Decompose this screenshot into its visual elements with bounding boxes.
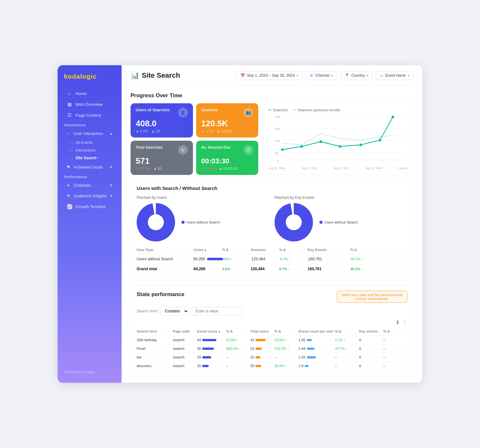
download-button[interactable]: ⬇: [396, 319, 400, 326]
event-filter[interactable]: ⚏ Event name ▾: [376, 71, 413, 80]
sidebar-home-label: Home: [76, 91, 87, 96]
content-area: Progress Over Time Users w/ Searches 👤 4…: [122, 86, 422, 383]
sidebar-item-home[interactable]: ⌂ Home: [60, 88, 119, 98]
sidebar-item-channels[interactable]: ✦ Channels ▼: [60, 180, 119, 190]
filter-contains-select[interactable]: Contains: [160, 307, 189, 316]
svg-text:200: 200: [275, 115, 280, 118]
metric-value-users: 408.0: [136, 119, 188, 129]
metric-pct-searches: ▼ 17.0%: [136, 167, 150, 170]
str3-event-val: 20: [197, 364, 201, 368]
active-dot: •: [97, 156, 99, 160]
sidebar-web-overview-label: Web Overview: [76, 102, 102, 107]
sidebar-item-interactions[interactable]: Interactions: [70, 146, 122, 154]
filter-value-input[interactable]: [191, 307, 243, 315]
str1-event-val: 36: [197, 347, 201, 350]
str0-path: /search: [173, 338, 197, 342]
channel-filter[interactable]: ⚙ Channel ▾: [306, 71, 337, 80]
svg-point-15: [379, 139, 381, 141]
sidebar-item-audience-insights[interactable]: 👁 Audience Insights ▼: [60, 191, 119, 201]
str0-pct4: –: [383, 338, 407, 342]
sidebar-item-achieved-goals[interactable]: ⚑ Achieved Goals ▼: [60, 162, 119, 172]
more-options-button[interactable]: ⋮: [402, 319, 407, 326]
str3-users-val: 20: [250, 364, 254, 368]
users-search-title: Users with Search / Without Search: [137, 185, 407, 191]
str1-users-val: 22: [250, 347, 254, 350]
str2-users-bar: [255, 356, 260, 358]
str0-epu-bar: [307, 339, 312, 341]
str3-users-bar: [255, 365, 261, 367]
str2-pct4: –: [383, 355, 407, 359]
str3-pct4: –: [383, 364, 407, 368]
sidebar-item-site-search[interactable]: Site Search •: [70, 154, 122, 162]
str1-pct3: 22.7% ↑: [335, 347, 359, 350]
metric-value-duration: 00:03:30: [201, 157, 253, 165]
sth-event-count[interactable]: Event count ▴: [197, 329, 226, 334]
state-table-header: Search term Page path Event count ▴ % Δ …: [137, 327, 407, 336]
pie1-legend-label: Users without Search: [187, 220, 220, 224]
metrics-grid: Users w/ Searches 👤 408.0 ▲ 6.0% ▲ 23: [131, 103, 258, 175]
date-arrow-icon: ▾: [297, 74, 298, 77]
bar-chart-icon: 📊: [131, 71, 139, 80]
country-filter[interactable]: 📍 Country ▾: [340, 71, 372, 80]
str1-key: 0: [359, 347, 383, 350]
x-label-4: Sep 21,: [399, 167, 409, 170]
str0-event-val: 44: [197, 338, 201, 342]
state-row-2: tee /search 29 – 15 – 1.93: [137, 353, 407, 362]
sidebar-item-page-content[interactable]: ☰ Page Content: [60, 110, 119, 120]
str2-path: /search: [173, 355, 197, 359]
str1-epu-bar: [307, 348, 315, 350]
users-search-section: Users with Search / Without Search Piech…: [131, 179, 413, 280]
metric-pct-users: ▲ 6.0%: [136, 129, 148, 133]
date-filter[interactable]: 📅 Sep 1, 2024 – Sep 30, 2024 ▾: [236, 71, 302, 80]
sidebar-logo: kodalogic: [58, 73, 122, 88]
topbar: 📊 Site Search 📅 Sep 1, 2024 – Sep 30, 20…: [122, 65, 422, 86]
total-pct2: 9.7% ↑: [279, 267, 308, 271]
svg-point-13: [339, 145, 341, 148]
row-pct1: 45% ↑: [223, 257, 252, 261]
channel-icon: ⚙: [310, 73, 313, 78]
country-filter-label: Country: [351, 73, 365, 78]
th-users[interactable]: Users ▴: [194, 248, 222, 252]
legend-prev-dot: [293, 110, 296, 110]
str1-epu: 1.64: [299, 347, 335, 350]
sth-pct1: % Δ: [226, 329, 250, 334]
sidebar-sub-menu: All Events Interactions Site Search •: [58, 139, 122, 162]
row-users-val: 84,266: [193, 257, 205, 261]
sidebar-item-all-events[interactable]: All Events: [70, 139, 122, 146]
sessions-icon: 👥: [244, 108, 253, 117]
svg-point-10: [281, 148, 284, 151]
str3-pct1: –: [226, 364, 250, 368]
event-filter-label: Event name: [385, 73, 406, 78]
audience-insights-label: Audience Insights: [74, 193, 107, 198]
timer-icon: ⏱: [244, 145, 253, 155]
th-pct2: % Δ: [279, 248, 308, 252]
str3-path: /search: [173, 364, 197, 368]
channel-arrow-icon: ▾: [332, 74, 333, 77]
progress-chart: Searches Searches (previous month) 200 1…: [263, 103, 413, 175]
str2-pct1: –: [226, 355, 250, 359]
str0-event: 44: [197, 338, 226, 342]
str0-pct2: 10.5% ↑: [275, 338, 299, 342]
table-header: User Type Users ▴ % Δ Sessions % Δ Key E…: [137, 246, 407, 254]
str0-pct1: 12.8% ↑: [226, 338, 250, 342]
th-user-type: User Type: [137, 248, 194, 252]
str2-pct2: –: [275, 355, 299, 359]
sth-key-events: Key events: [359, 329, 383, 334]
interactions-section-label: Interactions: [58, 121, 122, 128]
pie2-title: Piechart by Key Events: [275, 195, 407, 200]
svg-point-11: [300, 145, 303, 148]
metric-card-users: Users w/ Searches 👤 408.0 ▲ 6.0% ▲ 23: [131, 103, 193, 138]
sidebar-item-web-overview[interactable]: ▦ Web Overview: [60, 99, 119, 109]
metric-card-duration: Av. Session Dur. ⏱ 00:03:30 ▼ 19.2% ▲ 00…: [196, 141, 259, 175]
metric-num-searches: ▲ 83: [153, 167, 162, 170]
achieved-goals-label: Achieved Goals: [74, 165, 103, 169]
chart-legend: Searches Searches (previous month): [268, 108, 409, 112]
sidebar-item-user-interaction[interactable]: ☞ User Interaction ▲: [60, 129, 119, 138]
str3-users: 20: [250, 364, 275, 368]
pie-key-events: Piechart by Key Events Users without Sea…: [275, 195, 407, 241]
sth-pct2: % Δ: [275, 329, 299, 334]
sidebar-item-growth-timeline[interactable]: 📈 Growth Timeline: [60, 201, 119, 212]
str3-event-bar: [202, 365, 209, 367]
chevron-down-icon3: ▼: [109, 194, 113, 198]
str2-epu: 1.93: [299, 355, 335, 359]
